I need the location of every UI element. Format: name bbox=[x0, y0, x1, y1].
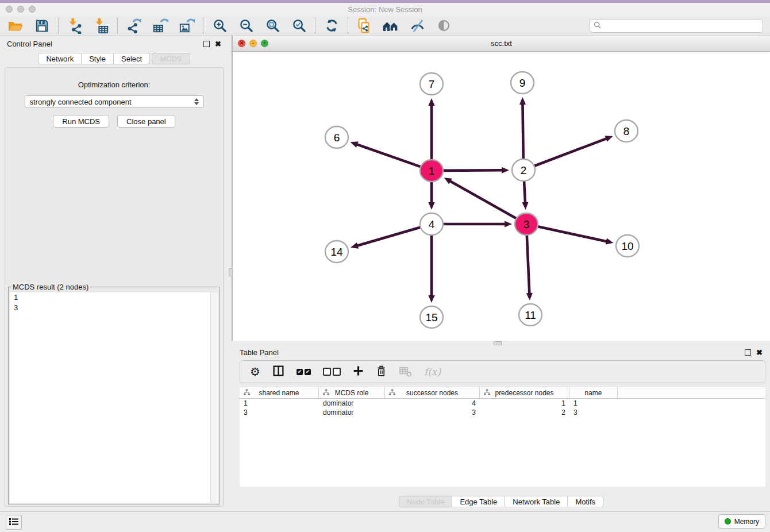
export-network-button[interactable] bbox=[125, 17, 143, 34]
zoom-out-icon bbox=[238, 18, 254, 33]
splitter-grip[interactable] bbox=[494, 341, 502, 345]
graph-edge[interactable] bbox=[534, 138, 607, 166]
column-header-successor-nodes[interactable]: successor nodes bbox=[385, 387, 480, 398]
network-close-button[interactable]: ✕ bbox=[238, 40, 245, 47]
import-table-button[interactable] bbox=[93, 17, 110, 34]
graph-node-label: 1 bbox=[429, 165, 435, 177]
graph-svg[interactable]: 1234678910111415 bbox=[233, 52, 770, 341]
graph-node-4[interactable]: 4 bbox=[420, 213, 443, 235]
horizontal-splitter[interactable] bbox=[232, 341, 770, 345]
graph-node-11[interactable]: 11 bbox=[519, 304, 542, 326]
run-mcds-button[interactable]: Run MCDS bbox=[53, 115, 109, 128]
vertical-splitter[interactable] bbox=[228, 36, 232, 341]
network-canvas[interactable]: 1234678910111415 bbox=[233, 52, 770, 341]
tab-network-table[interactable]: Network Table bbox=[505, 496, 568, 507]
tab-motifs[interactable]: Motifs bbox=[568, 496, 603, 507]
close-panel-icon[interactable]: ✖ bbox=[215, 40, 221, 48]
open-session-button[interactable] bbox=[7, 17, 24, 34]
criterion-select[interactable]: strongly connected component bbox=[25, 95, 204, 108]
table-tabs: Node Table Edge Table Network Table Moti… bbox=[232, 496, 770, 507]
graph-node-3[interactable]: 3 bbox=[515, 213, 538, 235]
function-icon: f(x) bbox=[424, 366, 441, 377]
search-input[interactable] bbox=[603, 21, 759, 30]
hierarchy-icon bbox=[388, 389, 396, 398]
graph-edge[interactable] bbox=[522, 103, 523, 159]
column-header-shared-name[interactable]: shared name bbox=[240, 387, 319, 398]
graph-edge[interactable] bbox=[527, 235, 530, 294]
float-panel-icon[interactable] bbox=[203, 41, 210, 47]
network-window-titlebar[interactable]: ✕ − + scc.txt bbox=[233, 36, 770, 52]
graph-edge-arrowhead bbox=[428, 295, 434, 303]
graph-node-6[interactable]: 6 bbox=[325, 126, 348, 148]
tab-network[interactable]: Network bbox=[38, 53, 82, 64]
show-all-button[interactable] bbox=[435, 17, 452, 34]
column-header-mcds-role[interactable]: MCDS role bbox=[319, 387, 385, 398]
hierarchy-icon bbox=[483, 389, 491, 398]
hide-selected-button[interactable] bbox=[409, 17, 426, 34]
graph-edge[interactable] bbox=[357, 227, 421, 246]
column-header-name[interactable]: name bbox=[569, 387, 618, 398]
network-minimize-button[interactable]: − bbox=[249, 40, 257, 47]
zoom-fit-button[interactable] bbox=[264, 17, 281, 34]
tab-node-table[interactable]: Node Table bbox=[399, 496, 453, 507]
zoom-in-button[interactable] bbox=[211, 17, 228, 34]
graph-node-10[interactable]: 10 bbox=[616, 235, 639, 257]
table-row[interactable]: 3 dominator 3 2 3 bbox=[240, 408, 765, 417]
network-maximize-button[interactable]: + bbox=[261, 40, 268, 47]
table-mode-button[interactable]: ⚙ bbox=[250, 365, 260, 379]
mcds-result-list[interactable]: 1 3 bbox=[10, 292, 218, 503]
zoom-selected-button[interactable] bbox=[290, 17, 307, 34]
graph-edge[interactable] bbox=[524, 181, 525, 203]
graph-node-15[interactable]: 15 bbox=[420, 306, 443, 328]
table-row[interactable]: 1 dominator 4 1 1 bbox=[240, 399, 765, 408]
show-column-button[interactable] bbox=[272, 365, 284, 379]
graph-edge[interactable] bbox=[449, 181, 517, 219]
graph-node-14[interactable]: 14 bbox=[325, 241, 348, 263]
export-table-button[interactable] bbox=[152, 17, 169, 34]
delete-table-button[interactable] bbox=[399, 365, 412, 379]
checked-boxes-icon: ✔✔ bbox=[297, 369, 311, 375]
zoom-fit-icon bbox=[265, 18, 280, 33]
graph-node-label: 8 bbox=[623, 125, 630, 137]
export-image-button[interactable] bbox=[178, 17, 195, 34]
memory-button[interactable]: Memory bbox=[718, 514, 765, 529]
unselect-all-columns-button[interactable] bbox=[323, 365, 341, 379]
mcds-result-item: 3 bbox=[10, 303, 218, 313]
graph-node-label: 10 bbox=[621, 240, 633, 252]
table-panel-title: Table Panel bbox=[240, 348, 279, 357]
function-builder-button[interactable]: f(x) bbox=[424, 365, 441, 379]
graph-edge[interactable] bbox=[537, 226, 607, 241]
float-panel-icon[interactable] bbox=[745, 349, 751, 356]
tab-select[interactable]: Select bbox=[114, 53, 150, 64]
graph-node-7[interactable]: 7 bbox=[420, 73, 443, 95]
save-session-button[interactable] bbox=[33, 17, 51, 34]
graph-edge[interactable] bbox=[356, 144, 421, 167]
show-task-history-button[interactable] bbox=[6, 515, 22, 530]
first-neighbors-button[interactable] bbox=[382, 17, 399, 34]
list-icon bbox=[9, 518, 18, 527]
result-scrollbar[interactable] bbox=[210, 292, 218, 503]
mcds-result-item: 1 bbox=[10, 292, 218, 303]
memory-label: Memory bbox=[734, 518, 759, 526]
close-panel-button[interactable]: Close panel bbox=[117, 115, 175, 128]
graph-node-8[interactable]: 8 bbox=[615, 120, 638, 142]
graph-edge-arrowhead bbox=[428, 202, 434, 210]
refresh-view-button[interactable] bbox=[323, 17, 340, 34]
tab-edge-table[interactable]: Edge Table bbox=[452, 496, 505, 507]
combo-stepper-icon bbox=[194, 98, 199, 105]
graph-node-2[interactable]: 2 bbox=[512, 159, 535, 181]
clone-network-button[interactable] bbox=[356, 17, 373, 34]
tab-style[interactable]: Style bbox=[82, 53, 114, 64]
tab-mcds[interactable]: MCDS bbox=[152, 53, 190, 64]
graph-edge[interactable] bbox=[442, 170, 503, 171]
zoom-out-button[interactable] bbox=[237, 17, 255, 34]
close-panel-icon[interactable]: ✖ bbox=[756, 349, 763, 356]
create-column-button[interactable] bbox=[353, 365, 364, 379]
delete-columns-button[interactable] bbox=[376, 365, 387, 379]
graph-node-1[interactable]: 1 bbox=[420, 160, 443, 182]
import-network-button[interactable] bbox=[66, 17, 83, 34]
graph-node-9[interactable]: 9 bbox=[511, 72, 534, 94]
graph-edge-arrowhead bbox=[428, 98, 434, 106]
column-header-predecessor-nodes[interactable]: predecessor nodes bbox=[480, 387, 569, 398]
select-all-columns-button[interactable]: ✔✔ bbox=[297, 365, 311, 379]
